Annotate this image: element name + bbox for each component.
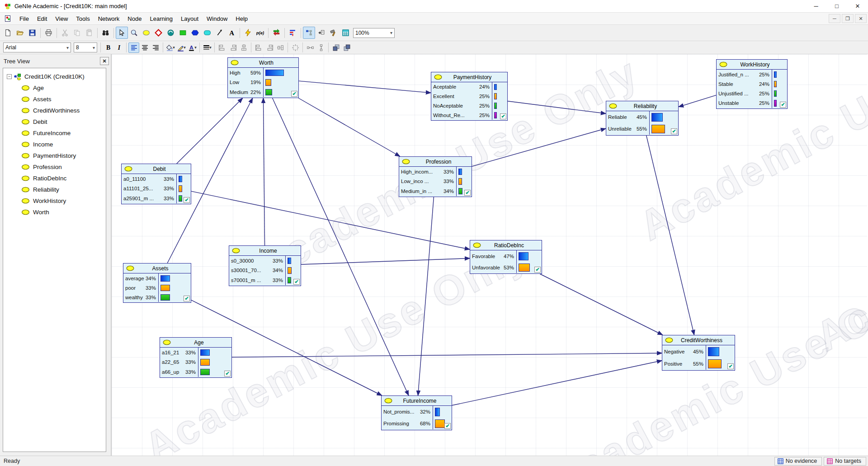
arc-Profession-Reliability[interactable] (472, 128, 606, 166)
node-update-checkbox[interactable]: ✔ (184, 197, 190, 203)
open-button[interactable] (14, 27, 26, 39)
node-debit[interactable]: Debita0_1110033%a11101_25...33%a25901_m … (121, 164, 191, 204)
align-bottoms-button[interactable] (264, 42, 275, 53)
submodel-tool-button[interactable] (201, 27, 213, 39)
node-update-checkbox[interactable]: ✔ (224, 371, 231, 377)
arc-Worth-Profession[interactable] (298, 98, 400, 156)
tree-view-toggle-button[interactable] (303, 27, 315, 39)
arc-Worth-PaymentHistory[interactable] (299, 81, 431, 93)
space-horizontally-button[interactable] (305, 42, 316, 53)
line-style-button[interactable]: ▾ (202, 42, 212, 53)
model-canvas[interactable]: Academic Use OnlyAcademic Use OnlyAcadem… (112, 54, 867, 456)
zoom-level-select[interactable]: 100% ▾ (353, 28, 395, 38)
arc-Debit-RatioDebInc[interactable] (191, 191, 470, 249)
node-update-checkbox[interactable]: ✔ (464, 190, 471, 196)
sidebar-item-paymenthistory[interactable]: PaymentHistory (4, 150, 105, 161)
close-button[interactable]: ✕ (847, 0, 868, 13)
node-assets[interactable]: Assetsaverage34%poor33%wealthy33%✔ (123, 263, 191, 303)
node-update-checkbox[interactable]: ✔ (184, 296, 190, 301)
sidebar-item-worth[interactable]: Worth (4, 207, 105, 218)
align-tops-button[interactable] (253, 42, 264, 53)
center-horizontally-button[interactable] (275, 42, 286, 53)
network-repair-button[interactable] (327, 27, 340, 39)
tree-view-close-button[interactable]: ✕ (100, 57, 109, 65)
mdi-close-button[interactable]: ✕ (855, 14, 867, 23)
font-size-select[interactable]: 8 ▾ (74, 42, 97, 52)
sidebar-item-futureincome[interactable]: FutureIncome (4, 127, 105, 139)
save-button[interactable] (26, 27, 38, 39)
menu-edit[interactable]: Edit (33, 14, 51, 24)
minimize-button[interactable]: ─ (806, 0, 826, 13)
arc-FutureIncome-CreditWorthiness[interactable] (452, 361, 662, 405)
align-left-button[interactable] (128, 42, 139, 53)
snap-to-grid-button[interactable] (290, 42, 301, 53)
update-immediately-button[interactable] (270, 27, 283, 39)
node-age[interactable]: Agea16_2133%a22_6533%a66_up33%✔ (160, 337, 232, 378)
arc-PaymentHistory-Reliability[interactable] (508, 101, 606, 114)
probability-of-evidence-button[interactable] (254, 27, 266, 39)
sidebar-item-income[interactable]: Income (4, 139, 105, 150)
menu-view[interactable]: View (51, 14, 72, 24)
sidebar-item-profession[interactable]: Profession (4, 161, 105, 173)
arc-Age-CreditWorthiness[interactable] (232, 353, 662, 357)
node-update-checkbox[interactable]: ✔ (293, 279, 300, 285)
sidebar-item-ratiodebinc[interactable]: RatioDebInc (4, 173, 105, 184)
arc-RatioDebInc-CreditWorthiness[interactable] (540, 274, 662, 335)
deterministic-node-tool-button[interactable] (165, 27, 177, 39)
align-left-edges-button[interactable] (217, 42, 227, 53)
chance-node-tool-button[interactable] (140, 27, 152, 39)
node-profession[interactable]: ProfessionHigh_incom...33%Low_inco ...33… (399, 156, 472, 197)
node-workhistory[interactable]: WorkHistoryJustified_n ...25%Stable24%Un… (716, 59, 788, 109)
tree-expander-icon[interactable]: − (7, 74, 12, 79)
tree-root-item[interactable]: −Credit10K (Credit10K) (4, 71, 105, 82)
font-family-select[interactable]: Arial ▾ (3, 42, 71, 52)
menu-file[interactable]: File (15, 14, 33, 24)
node-creditworthiness[interactable]: CreditWorthinessNegative45%Positive55%✔ (662, 335, 735, 371)
center-vertically-button[interactable] (238, 42, 249, 53)
node-update-checkbox[interactable]: ✔ (780, 102, 786, 108)
zoom-tool-button[interactable] (128, 27, 140, 39)
menu-window[interactable]: Window (203, 14, 231, 24)
mdi-restore-button[interactable]: ❐ (842, 14, 854, 23)
node-income[interactable]: Incomes0_3000033%s30001_70...34%s70001_m… (229, 245, 301, 286)
mdi-minimize-button[interactable]: ─ (829, 14, 840, 23)
italic-button[interactable] (113, 42, 124, 53)
menu-tools[interactable]: Tools (72, 14, 94, 24)
space-vertically-button[interactable] (316, 42, 326, 53)
arc-tool-button[interactable] (213, 27, 226, 39)
sidebar-item-debit[interactable]: Debit (4, 116, 105, 127)
decision-node-tool-button[interactable] (177, 27, 189, 39)
align-right-button[interactable] (150, 42, 161, 53)
align-center-button[interactable] (139, 42, 150, 53)
arc-Income-RatioDebInc[interactable] (301, 258, 470, 264)
bold-button[interactable] (103, 42, 113, 53)
menu-network[interactable]: Network (94, 14, 124, 24)
print-button[interactable] (42, 27, 55, 39)
sidebar-item-creditworthiness[interactable]: CreditWorthiness (4, 105, 105, 116)
node-update-checkbox[interactable]: ✔ (500, 113, 506, 119)
menu-node[interactable]: Node (123, 14, 146, 24)
menu-layout[interactable]: Layout (177, 14, 203, 24)
menu-help[interactable]: Help (231, 14, 252, 24)
align-right-edges-button[interactable] (227, 42, 238, 53)
node-futureincome[interactable]: FutureIncomeNot_promis...32%Promissing68… (381, 395, 452, 430)
node-update-checkbox[interactable]: ✔ (534, 267, 541, 273)
arc-WorkHistory-Reliability[interactable] (679, 95, 716, 107)
node-update-checkbox[interactable]: ✔ (291, 91, 297, 97)
new-button[interactable] (2, 27, 14, 39)
node-update-checkbox[interactable]: ✔ (671, 128, 677, 134)
arc-Reliability-CreditWorthiness[interactable] (646, 136, 694, 335)
maximize-button[interactable]: □ (826, 0, 847, 13)
line-color-button[interactable]: ▾ (176, 42, 187, 53)
node-ratiodebinc[interactable]: RatioDebIncFavorable47%Unfavorable53%✔ (470, 240, 542, 274)
text-color-button[interactable]: ▾ (187, 42, 198, 53)
node-update-checkbox[interactable]: ✔ (444, 423, 451, 429)
sidebar-item-assets[interactable]: Assets (4, 94, 105, 105)
node-update-checkbox[interactable]: ✔ (727, 363, 734, 369)
utility-node-tool-button[interactable] (189, 27, 201, 39)
menu-learning[interactable]: Learning (146, 14, 177, 24)
noisymax-node-tool-button[interactable] (152, 27, 165, 39)
textbox-tool-button[interactable] (226, 27, 238, 39)
node-table-button[interactable] (340, 27, 352, 39)
select-tool-button[interactable] (116, 27, 128, 39)
